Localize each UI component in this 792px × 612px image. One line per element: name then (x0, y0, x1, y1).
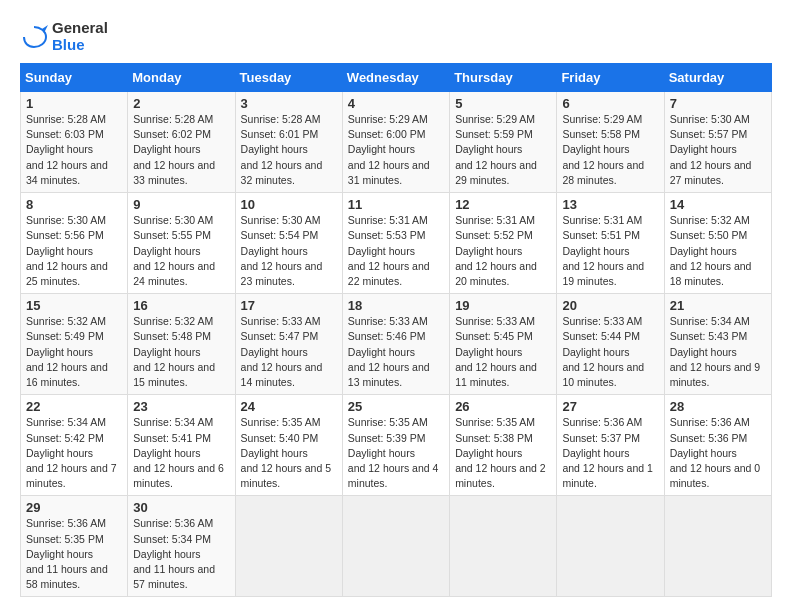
day-info: Sunrise: 5:32 AMSunset: 5:50 PMDaylight … (670, 214, 752, 287)
column-header-sunday: Sunday (21, 64, 128, 92)
day-info: Sunrise: 5:31 AMSunset: 5:51 PMDaylight … (562, 214, 644, 287)
column-header-wednesday: Wednesday (342, 64, 449, 92)
calendar-cell: 21 Sunrise: 5:34 AMSunset: 5:43 PMDaylig… (664, 294, 771, 395)
day-number: 25 (348, 399, 444, 414)
column-header-friday: Friday (557, 64, 664, 92)
day-number: 20 (562, 298, 658, 313)
calendar-cell: 14 Sunrise: 5:32 AMSunset: 5:50 PMDaylig… (664, 193, 771, 294)
calendar-cell (342, 496, 449, 597)
day-number: 14 (670, 197, 766, 212)
calendar-cell: 7 Sunrise: 5:30 AMSunset: 5:57 PMDayligh… (664, 92, 771, 193)
day-info: Sunrise: 5:28 AMSunset: 6:01 PMDaylight … (241, 113, 323, 186)
calendar-cell (664, 496, 771, 597)
day-info: Sunrise: 5:34 AMSunset: 5:42 PMDaylight … (26, 416, 117, 489)
calendar-cell: 10 Sunrise: 5:30 AMSunset: 5:54 PMDaylig… (235, 193, 342, 294)
calendar-cell (557, 496, 664, 597)
calendar-table: SundayMondayTuesdayWednesdayThursdayFrid… (20, 63, 772, 597)
day-info: Sunrise: 5:33 AMSunset: 5:45 PMDaylight … (455, 315, 537, 388)
column-header-thursday: Thursday (450, 64, 557, 92)
day-number: 7 (670, 96, 766, 111)
day-number: 16 (133, 298, 229, 313)
calendar-row: 8 Sunrise: 5:30 AMSunset: 5:56 PMDayligh… (21, 193, 772, 294)
day-info: Sunrise: 5:34 AMSunset: 5:41 PMDaylight … (133, 416, 224, 489)
logo-general: General (52, 20, 108, 37)
day-info: Sunrise: 5:33 AMSunset: 5:46 PMDaylight … (348, 315, 430, 388)
calendar-cell: 9 Sunrise: 5:30 AMSunset: 5:55 PMDayligh… (128, 193, 235, 294)
calendar-cell: 8 Sunrise: 5:30 AMSunset: 5:56 PMDayligh… (21, 193, 128, 294)
day-number: 22 (26, 399, 122, 414)
calendar-row: 22 Sunrise: 5:34 AMSunset: 5:42 PMDaylig… (21, 395, 772, 496)
day-info: Sunrise: 5:29 AMSunset: 6:00 PMDaylight … (348, 113, 430, 186)
calendar-cell: 4 Sunrise: 5:29 AMSunset: 6:00 PMDayligh… (342, 92, 449, 193)
calendar-cell (450, 496, 557, 597)
calendar-cell: 26 Sunrise: 5:35 AMSunset: 5:38 PMDaylig… (450, 395, 557, 496)
day-info: Sunrise: 5:28 AMSunset: 6:02 PMDaylight … (133, 113, 215, 186)
calendar-cell: 16 Sunrise: 5:32 AMSunset: 5:48 PMDaylig… (128, 294, 235, 395)
day-number: 26 (455, 399, 551, 414)
calendar-cell: 5 Sunrise: 5:29 AMSunset: 5:59 PMDayligh… (450, 92, 557, 193)
day-info: Sunrise: 5:28 AMSunset: 6:03 PMDaylight … (26, 113, 108, 186)
logo: General Blue (20, 20, 108, 53)
calendar-cell: 22 Sunrise: 5:34 AMSunset: 5:42 PMDaylig… (21, 395, 128, 496)
day-number: 12 (455, 197, 551, 212)
page-header: General Blue (20, 20, 772, 53)
day-info: Sunrise: 5:29 AMSunset: 5:58 PMDaylight … (562, 113, 644, 186)
day-number: 1 (26, 96, 122, 111)
day-number: 23 (133, 399, 229, 414)
logo-bird-icon (20, 23, 48, 51)
calendar-cell: 11 Sunrise: 5:31 AMSunset: 5:53 PMDaylig… (342, 193, 449, 294)
column-header-monday: Monday (128, 64, 235, 92)
day-number: 8 (26, 197, 122, 212)
day-number: 30 (133, 500, 229, 515)
column-header-tuesday: Tuesday (235, 64, 342, 92)
calendar-row: 1 Sunrise: 5:28 AMSunset: 6:03 PMDayligh… (21, 92, 772, 193)
day-info: Sunrise: 5:36 AMSunset: 5:37 PMDaylight … (562, 416, 653, 489)
day-info: Sunrise: 5:33 AMSunset: 5:47 PMDaylight … (241, 315, 323, 388)
calendar-cell: 25 Sunrise: 5:35 AMSunset: 5:39 PMDaylig… (342, 395, 449, 496)
day-info: Sunrise: 5:33 AMSunset: 5:44 PMDaylight … (562, 315, 644, 388)
calendar-cell: 23 Sunrise: 5:34 AMSunset: 5:41 PMDaylig… (128, 395, 235, 496)
day-info: Sunrise: 5:36 AMSunset: 5:34 PMDaylight … (133, 517, 215, 590)
day-number: 11 (348, 197, 444, 212)
day-number: 4 (348, 96, 444, 111)
day-number: 19 (455, 298, 551, 313)
calendar-cell: 2 Sunrise: 5:28 AMSunset: 6:02 PMDayligh… (128, 92, 235, 193)
calendar-cell: 30 Sunrise: 5:36 AMSunset: 5:34 PMDaylig… (128, 496, 235, 597)
day-number: 18 (348, 298, 444, 313)
calendar-cell: 29 Sunrise: 5:36 AMSunset: 5:35 PMDaylig… (21, 496, 128, 597)
calendar-cell: 27 Sunrise: 5:36 AMSunset: 5:37 PMDaylig… (557, 395, 664, 496)
day-info: Sunrise: 5:35 AMSunset: 5:40 PMDaylight … (241, 416, 332, 489)
calendar-row: 15 Sunrise: 5:32 AMSunset: 5:49 PMDaylig… (21, 294, 772, 395)
day-info: Sunrise: 5:30 AMSunset: 5:57 PMDaylight … (670, 113, 752, 186)
calendar-cell (235, 496, 342, 597)
day-number: 15 (26, 298, 122, 313)
calendar-cell: 19 Sunrise: 5:33 AMSunset: 5:45 PMDaylig… (450, 294, 557, 395)
column-header-saturday: Saturday (664, 64, 771, 92)
day-number: 13 (562, 197, 658, 212)
day-info: Sunrise: 5:31 AMSunset: 5:53 PMDaylight … (348, 214, 430, 287)
day-number: 10 (241, 197, 337, 212)
calendar-cell: 15 Sunrise: 5:32 AMSunset: 5:49 PMDaylig… (21, 294, 128, 395)
day-info: Sunrise: 5:35 AMSunset: 5:39 PMDaylight … (348, 416, 439, 489)
logo-blue: Blue (52, 37, 108, 54)
calendar-cell: 20 Sunrise: 5:33 AMSunset: 5:44 PMDaylig… (557, 294, 664, 395)
day-number: 6 (562, 96, 658, 111)
day-number: 5 (455, 96, 551, 111)
day-info: Sunrise: 5:30 AMSunset: 5:54 PMDaylight … (241, 214, 323, 287)
day-number: 3 (241, 96, 337, 111)
calendar-cell: 13 Sunrise: 5:31 AMSunset: 5:51 PMDaylig… (557, 193, 664, 294)
calendar-cell: 24 Sunrise: 5:35 AMSunset: 5:40 PMDaylig… (235, 395, 342, 496)
day-info: Sunrise: 5:36 AMSunset: 5:35 PMDaylight … (26, 517, 108, 590)
day-info: Sunrise: 5:35 AMSunset: 5:38 PMDaylight … (455, 416, 546, 489)
day-info: Sunrise: 5:30 AMSunset: 5:56 PMDaylight … (26, 214, 108, 287)
calendar-cell: 3 Sunrise: 5:28 AMSunset: 6:01 PMDayligh… (235, 92, 342, 193)
calendar-cell: 18 Sunrise: 5:33 AMSunset: 5:46 PMDaylig… (342, 294, 449, 395)
day-number: 2 (133, 96, 229, 111)
day-info: Sunrise: 5:29 AMSunset: 5:59 PMDaylight … (455, 113, 537, 186)
calendar-cell: 28 Sunrise: 5:36 AMSunset: 5:36 PMDaylig… (664, 395, 771, 496)
calendar-row: 29 Sunrise: 5:36 AMSunset: 5:35 PMDaylig… (21, 496, 772, 597)
day-info: Sunrise: 5:32 AMSunset: 5:48 PMDaylight … (133, 315, 215, 388)
calendar-cell: 6 Sunrise: 5:29 AMSunset: 5:58 PMDayligh… (557, 92, 664, 193)
day-number: 27 (562, 399, 658, 414)
day-number: 29 (26, 500, 122, 515)
